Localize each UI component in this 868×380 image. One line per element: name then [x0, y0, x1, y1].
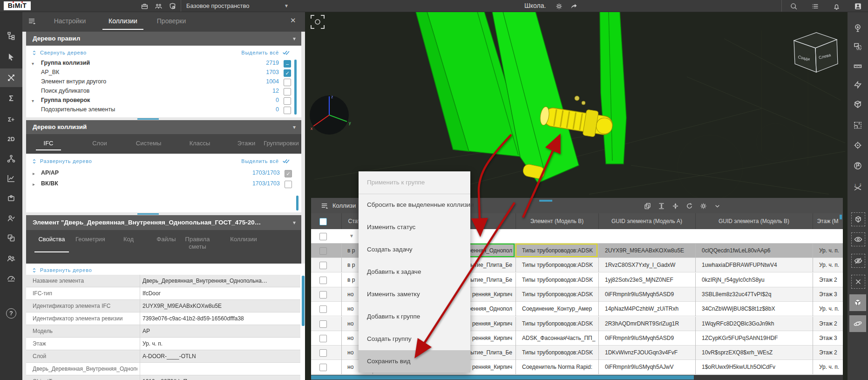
- solid-cube-icon[interactable]: [849, 294, 866, 311]
- menu-item-Добавить к группе[interactable]: Добавить к группе: [359, 305, 470, 328]
- menu-item-Добавить к задаче[interactable]: Добавить к задаче: [359, 261, 470, 283]
- expand-tree-icon[interactable]: [31, 158, 37, 164]
- scrollbar[interactable]: [294, 60, 297, 115]
- tree-item-label[interactable]: АР/АР: [41, 170, 59, 176]
- settings-gear-icon[interactable]: [554, 1, 563, 11]
- tree-caret-icon[interactable]: ▾: [32, 98, 34, 103]
- tree-item-label[interactable]: АР_ВК: [41, 69, 59, 75]
- tree-item-label[interactable]: Группа проверок: [41, 97, 90, 103]
- community-icon[interactable]: [154, 1, 163, 11]
- measure-ruler-icon[interactable]: [851, 60, 864, 73]
- double-check-icon[interactable]: [282, 49, 290, 55]
- collisions-icon[interactable]: [0, 68, 22, 87]
- hide-eye-icon[interactable]: [851, 254, 865, 268]
- column-header-element_b[interactable]: Элемент (Модель B): [515, 213, 598, 229]
- tab-Код[interactable]: Код: [108, 236, 149, 243]
- environment-tree-icon[interactable]: [851, 21, 864, 34]
- refresh-icon[interactable]: [685, 201, 694, 210]
- tab-Группировки[interactable]: Группировки: [258, 134, 305, 153]
- table-menu-icon[interactable]: [319, 201, 330, 211]
- menu-item-Изменить заметку[interactable]: Изменить заметку: [359, 283, 470, 305]
- fit-columns-icon[interactable]: [657, 201, 666, 210]
- chevron-down-icon[interactable]: ▾: [293, 32, 296, 46]
- list-icon[interactable]: [810, 1, 820, 11]
- tab-Правила сметы[interactable]: Правила сметы: [176, 236, 218, 251]
- column-header-guid_a[interactable]: GUID элемента (Модель A): [598, 213, 695, 229]
- tab-Коллизии[interactable]: Коллизии: [223, 236, 264, 243]
- expand-tree-link[interactable]: Развернуть дерево: [40, 267, 92, 273]
- help-icon[interactable]: ?: [0, 304, 22, 323]
- column-header-floor[interactable]: Этаж (М: [813, 213, 843, 229]
- sum-icon[interactable]: Σ: [0, 89, 22, 108]
- vertical-scrollbar-thumb[interactable]: [840, 215, 842, 219]
- panel-menu-icon[interactable]: [27, 16, 37, 27]
- app-logo[interactable]: BıMıT: [4, 1, 31, 10]
- section-box-icon[interactable]: [851, 98, 864, 111]
- close-icon[interactable]: ✕: [290, 16, 296, 25]
- collapse-panel-icon[interactable]: [712, 201, 722, 210]
- menu-item-Создать задачу[interactable]: Создать задачу: [359, 238, 470, 261]
- floor-plan-icon[interactable]: [851, 119, 864, 132]
- expand-tree-link[interactable]: Развернуть дерево: [40, 158, 92, 164]
- tree-item-checkbox[interactable]: –: [284, 60, 291, 68]
- tree-item-label[interactable]: Элемент внтури другого: [41, 78, 106, 85]
- tab-Системы[interactable]: Системы: [125, 134, 172, 153]
- tree-item-checkbox[interactable]: [284, 88, 291, 95]
- row-checkbox[interactable]: [319, 277, 327, 284]
- model-tree-icon[interactable]: [0, 27, 22, 45]
- drag-handle[interactable]: [137, 213, 159, 215]
- tab-Слои[interactable]: Слои: [76, 134, 123, 153]
- tree-item-label[interactable]: Поиск дубликатов: [41, 88, 89, 94]
- tree-item-checkbox[interactable]: [285, 181, 292, 188]
- focus-target-icon[interactable]: [851, 139, 864, 152]
- chevron-down-icon[interactable]: ▾: [293, 215, 296, 230]
- tab-Проверки[interactable]: Проверки: [148, 12, 195, 32]
- plugins-icon[interactable]: [0, 189, 22, 207]
- account-icon[interactable]: [853, 1, 862, 11]
- selection-area-icon[interactable]: [851, 40, 864, 53]
- scrollbar[interactable]: [302, 276, 305, 326]
- tree-item-checkbox[interactable]: ✓: [284, 69, 291, 77]
- select-cursor-icon[interactable]: [0, 48, 22, 66]
- column-header-guid_b[interactable]: GUID элемента (Модель B): [695, 213, 813, 229]
- menu-item-Изменить статус[interactable]: Изменить статус: [359, 216, 470, 238]
- property-value[interactable]: Дверь_Деревянная_Внутренняя_Однопольна…: [142, 275, 296, 287]
- show-eye-icon[interactable]: [851, 232, 865, 246]
- tree-caret-icon[interactable]: ▾: [32, 61, 34, 66]
- menu-item-Создать группу[interactable]: Создать группу: [359, 328, 470, 350]
- isolate-cube-icon[interactable]: [851, 212, 865, 226]
- collapse-tree-link[interactable]: Свернуть дерево: [40, 50, 87, 55]
- team-icon[interactable]: [0, 249, 22, 268]
- tab-Настройки[interactable]: Настройки: [44, 12, 95, 32]
- scrollbar[interactable]: [296, 196, 298, 210]
- tab-Геометрия[interactable]: Геометрия: [69, 236, 111, 243]
- briefcase-icon[interactable]: [140, 1, 149, 11]
- analytics-icon[interactable]: [0, 169, 22, 188]
- row-checkbox[interactable]: [319, 364, 327, 371]
- tree-item-checkbox[interactable]: [284, 97, 291, 105]
- orbit-icon[interactable]: [849, 315, 866, 332]
- share-icon[interactable]: [569, 1, 578, 11]
- double-check-icon[interactable]: [282, 157, 290, 164]
- select-all-link[interactable]: Выделить всё: [241, 50, 279, 55]
- tree-caret-icon[interactable]: ▸: [33, 171, 35, 176]
- property-value[interactable]: A-DOOR-____-OTLN: [142, 350, 296, 363]
- status-filter-dropdown[interactable]: ▼: [349, 229, 354, 243]
- fit-rows-icon[interactable]: [671, 201, 680, 210]
- row-checkbox[interactable]: [319, 247, 327, 255]
- tree-item-label[interactable]: ВК/ВК: [41, 180, 58, 187]
- drag-handle[interactable]: [539, 200, 552, 202]
- tab-Свойства[interactable]: Свойства: [31, 236, 73, 243]
- horizontal-scrollbar-track[interactable]: [311, 375, 843, 380]
- property-value[interactable]: АР: [142, 325, 296, 338]
- shield-status-icon[interactable]: [168, 1, 177, 11]
- tree-caret-icon[interactable]: ▸: [33, 182, 35, 187]
- rules-tree-header[interactable]: Дерево правил ▾: [26, 32, 301, 46]
- tree-item-checkbox[interactable]: [284, 79, 291, 86]
- element-section-header[interactable]: Элемент "Дверь_Деревянная_Внутренняя_Одн…: [26, 215, 301, 230]
- horizontal-scrollbar-thumb[interactable]: [311, 375, 694, 380]
- view-2d-icon[interactable]: 2D: [0, 130, 22, 149]
- tree-item-label[interactable]: Группа коллизий: [41, 60, 90, 66]
- notifications-bell-icon[interactable]: [832, 1, 841, 11]
- user-check-icon[interactable]: [0, 209, 22, 228]
